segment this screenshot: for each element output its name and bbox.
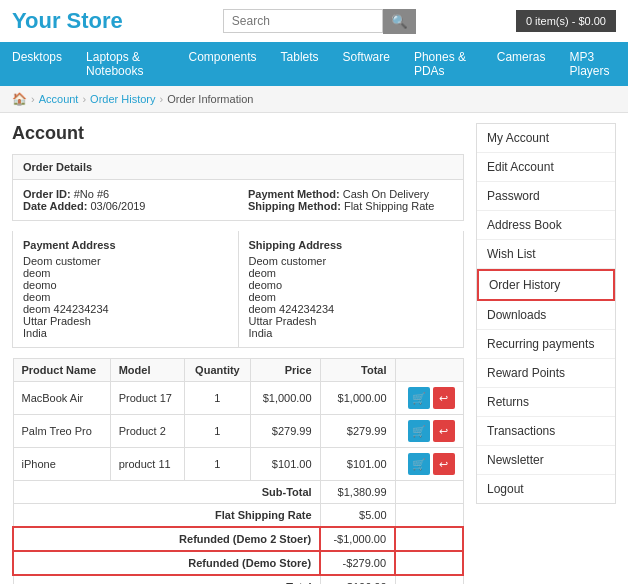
product-qty-cell: 1: [185, 415, 250, 448]
col-product-name: Product Name: [13, 359, 110, 382]
total-row: Total $106.00: [13, 575, 463, 584]
sidebar-item-logout[interactable]: Logout: [477, 475, 615, 503]
table-row: MacBook Air Product 17 1 $1,000.00 $1,00…: [13, 382, 463, 415]
nav-laptops[interactable]: Laptops & Notebooks: [74, 42, 176, 86]
col-quantity: Quantity: [185, 359, 250, 382]
sidebar-item-transactions[interactable]: Transactions: [477, 417, 615, 446]
product-name-cell: MacBook Air: [13, 382, 110, 415]
shipping-address-col: Shipping Address Deom customerdeomdeomod…: [239, 231, 464, 347]
sidebar-item-password[interactable]: Password: [477, 182, 615, 211]
breadcrumb-sep3: ›: [160, 93, 164, 105]
col-actions: [395, 359, 463, 382]
refund2-label: Refunded (Demo Store): [13, 551, 320, 575]
payment-method-value: Cash On Delivery: [343, 188, 429, 200]
products-table: Product Name Model Quantity Price Total …: [12, 358, 464, 584]
return-button[interactable]: ↩: [433, 387, 455, 409]
search-input[interactable]: [223, 9, 383, 33]
subtotal-label: Sub-Total: [13, 481, 320, 504]
payment-address-header: Payment Address: [23, 239, 228, 251]
sidebar-item-recurring-payments[interactable]: Recurring payments: [477, 330, 615, 359]
subtotal-row: Sub-Total $1,380.99: [13, 481, 463, 504]
return-button[interactable]: ↩: [433, 420, 455, 442]
payment-method-label: Payment Method:: [248, 188, 340, 200]
refund1-row: Refunded (Demo 2 Stoer) -$1,000.00: [13, 527, 463, 551]
sidebar-item-edit-account[interactable]: Edit Account: [477, 153, 615, 182]
nav-tablets[interactable]: Tablets: [269, 42, 331, 86]
shipping-row: Flat Shipping Rate $5.00: [13, 504, 463, 528]
breadcrumb-sep1: ›: [31, 93, 35, 105]
breadcrumb-account[interactable]: Account: [39, 93, 79, 105]
sidebar-item-downloads[interactable]: Downloads: [477, 301, 615, 330]
add-to-cart-button[interactable]: 🛒: [408, 453, 430, 475]
product-actions-cell: 🛒 ↩: [395, 415, 463, 448]
shipping-value: $5.00: [320, 504, 395, 528]
breadcrumb-sep2: ›: [82, 93, 86, 105]
address-row: Payment Address Deom customerdeomdeomode…: [12, 231, 464, 348]
refund2-value: -$279.00: [320, 551, 395, 575]
sidebar-item-order-history[interactable]: Order History: [477, 269, 615, 301]
breadcrumb-order-history[interactable]: Order History: [90, 93, 155, 105]
main-content: Account Order Details Order ID: #No #6 D…: [12, 123, 464, 584]
sidebar-item-newsletter[interactable]: Newsletter: [477, 446, 615, 475]
sidebar-menu: My Account Edit Account Password Address…: [476, 123, 616, 504]
sidebar-item-address-book[interactable]: Address Book: [477, 211, 615, 240]
product-total-cell: $279.99: [320, 415, 395, 448]
refund1-value: -$1,000.00: [320, 527, 395, 551]
navigation-bar: Desktops Laptops & Notebooks Components …: [0, 42, 628, 86]
product-name-cell: iPhone: [13, 448, 110, 481]
store-title: Your Store: [12, 8, 123, 34]
sidebar: My Account Edit Account Password Address…: [476, 123, 616, 584]
order-details-header: Order Details: [13, 155, 463, 180]
product-name-cell: Palm Treo Pro: [13, 415, 110, 448]
refund1-label: Refunded (Demo 2 Stoer): [13, 527, 320, 551]
payment-address-lines: Deom customerdeomdeomodeomdeom 424234234…: [23, 255, 228, 339]
sidebar-item-wish-list[interactable]: Wish List: [477, 240, 615, 269]
date-added-label: Date Added:: [23, 200, 87, 212]
col-price: Price: [250, 359, 320, 382]
nav-components[interactable]: Components: [177, 42, 269, 86]
order-details-box: Order Details Order ID: #No #6 Date Adde…: [12, 154, 464, 221]
shipping-address-header: Shipping Address: [249, 239, 454, 251]
nav-mp3[interactable]: MP3 Players: [557, 42, 628, 86]
product-actions-cell: 🛒 ↩: [395, 382, 463, 415]
nav-desktops[interactable]: Desktops: [0, 42, 74, 86]
product-actions-cell: 🛒 ↩: [395, 448, 463, 481]
search-button[interactable]: 🔍: [383, 9, 416, 34]
total-value: $106.00: [320, 575, 395, 584]
sidebar-item-reward-points[interactable]: Reward Points: [477, 359, 615, 388]
order-id-value: #No #6: [74, 188, 109, 200]
table-row: Palm Treo Pro Product 2 1 $279.99 $279.9…: [13, 415, 463, 448]
col-model: Model: [110, 359, 185, 382]
page-title: Account: [12, 123, 464, 144]
shipping-method-label: Shipping Method:: [248, 200, 341, 212]
add-to-cart-button[interactable]: 🛒: [408, 420, 430, 442]
order-id-label: Order ID:: [23, 188, 71, 200]
product-total-cell: $1,000.00: [320, 382, 395, 415]
shipping-label: Flat Shipping Rate: [13, 504, 320, 528]
product-total-cell: $101.00: [320, 448, 395, 481]
nav-cameras[interactable]: Cameras: [485, 42, 558, 86]
home-icon[interactable]: 🏠: [12, 92, 27, 106]
product-qty-cell: 1: [185, 448, 250, 481]
cart-button[interactable]: 0 item(s) - $0.00: [516, 10, 616, 32]
product-model-cell: Product 2: [110, 415, 185, 448]
date-added-value: 03/06/2019: [90, 200, 145, 212]
shipping-address-lines: Deom customerdeomdeomodeomdeom 424234234…: [249, 255, 454, 339]
return-button[interactable]: ↩: [433, 453, 455, 475]
payment-address-col: Payment Address Deom customerdeomdeomode…: [13, 231, 239, 347]
nav-software[interactable]: Software: [331, 42, 402, 86]
sidebar-item-my-account[interactable]: My Account: [477, 124, 615, 153]
shipping-method-value: Flat Shipping Rate: [344, 200, 435, 212]
product-price-cell: $279.99: [250, 415, 320, 448]
refund2-row: Refunded (Demo Store) -$279.00: [13, 551, 463, 575]
product-price-cell: $101.00: [250, 448, 320, 481]
add-to-cart-button[interactable]: 🛒: [408, 387, 430, 409]
breadcrumb-current: Order Information: [167, 93, 253, 105]
product-model-cell: product 11: [110, 448, 185, 481]
table-row: iPhone product 11 1 $101.00 $101.00 🛒 ↩: [13, 448, 463, 481]
sidebar-item-returns[interactable]: Returns: [477, 388, 615, 417]
col-total: Total: [320, 359, 395, 382]
nav-phones[interactable]: Phones & PDAs: [402, 42, 485, 86]
product-model-cell: Product 17: [110, 382, 185, 415]
breadcrumb: 🏠 › Account › Order History › Order Info…: [0, 86, 628, 113]
